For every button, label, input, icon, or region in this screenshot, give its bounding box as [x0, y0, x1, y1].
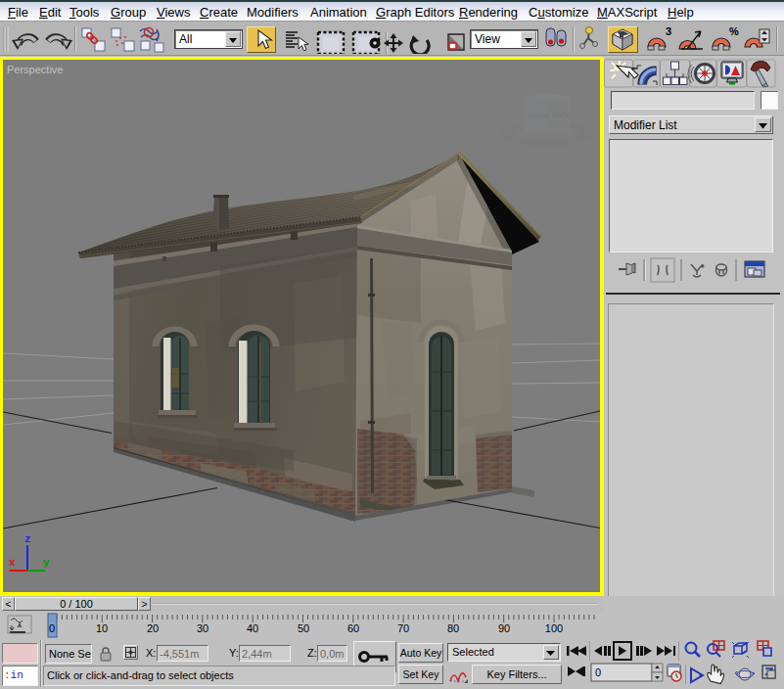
svg-text:RIGHT: RIGHT — [529, 113, 551, 119]
svg-text:70: 70 — [397, 622, 409, 634]
svg-text:y: y — [43, 557, 50, 569]
svg-text:BACK: BACK — [552, 112, 571, 118]
svg-text:60: 60 — [347, 622, 359, 634]
svg-text:x: x — [9, 557, 16, 569]
svg-text:0: 0 — [49, 622, 55, 634]
svg-text:%: % — [729, 25, 739, 37]
svg-text:90: 90 — [498, 622, 510, 634]
svg-text:3: 3 — [666, 25, 671, 37]
svg-text:10: 10 — [96, 622, 108, 634]
svg-text:100: 100 — [545, 622, 563, 634]
svg-text:80: 80 — [447, 622, 459, 634]
svg-text:20: 20 — [147, 622, 159, 634]
svg-text:0: 0 — [595, 666, 601, 678]
svg-text:30: 30 — [197, 622, 208, 634]
svg-text:Perspective: Perspective — [7, 64, 63, 75]
svg-text:z: z — [24, 533, 31, 545]
svg-text:40: 40 — [247, 622, 258, 634]
svg-text:50: 50 — [298, 622, 309, 634]
